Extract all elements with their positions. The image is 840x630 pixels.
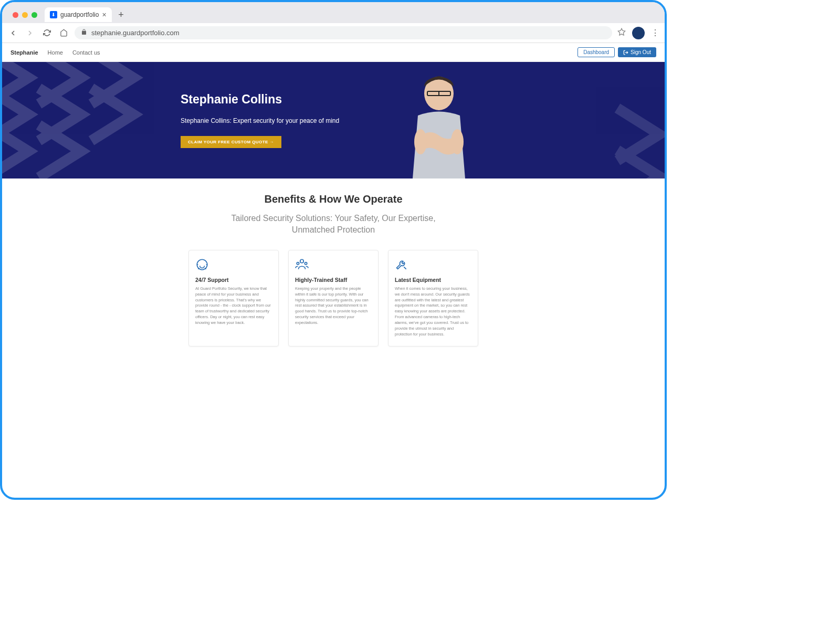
benefit-card: Latest Equipment When it comes to securi… <box>388 250 478 346</box>
benefit-card: 24/7 Support At Guard Portfolio Security… <box>188 250 279 346</box>
back-button[interactable] <box>7 27 19 39</box>
signout-icon <box>623 50 628 55</box>
chevron-bg-left-icon <box>2 62 149 178</box>
browser-tab[interactable]: ⬇ guardportfolio × <box>45 7 112 22</box>
svg-marker-0 <box>618 28 625 35</box>
browser-chrome: ⬇ guardportfolio × + ste <box>2 2 665 43</box>
hero-title: Stephanie Collins <box>181 92 339 107</box>
forward-button[interactable] <box>24 27 36 39</box>
address-bar: stephanie.guardportfolio.com ⋮ <box>2 23 665 43</box>
lock-icon <box>81 29 87 37</box>
card-body: When it comes to securing your business,… <box>395 286 471 338</box>
reload-button[interactable] <box>41 27 52 39</box>
card-title: Latest Equipment <box>395 277 471 283</box>
url-input[interactable]: stephanie.guardportfolio.com <box>75 26 612 39</box>
hero-subtitle: Stephanie Collins: Expert security for y… <box>181 117 339 124</box>
benefits-subheading: Tailored Security Solutions: Your Safety… <box>215 213 452 236</box>
hero-person-image <box>392 68 486 178</box>
tab-strip: ⬇ guardportfolio × + <box>2 6 665 23</box>
window-controls <box>6 12 41 18</box>
svg-point-8 <box>297 262 299 264</box>
cta-button[interactable]: CLAIM YOUR FREE CUSTOM QUOTE → <box>181 136 281 148</box>
new-tab-button[interactable]: + <box>115 8 128 21</box>
bookmark-icon[interactable] <box>617 28 626 38</box>
card-title: Highly-Trained Staff <box>295 277 372 283</box>
brand[interactable]: Stephanie <box>10 49 38 56</box>
equipment-icon <box>395 258 408 271</box>
nav-link-home[interactable]: Home <box>48 49 63 56</box>
hero: Stephanie Collins Stephanie Collins: Exp… <box>2 62 665 178</box>
benefits-section: Benefits & How We Operate Tailored Secur… <box>2 178 665 368</box>
nav-link-contact[interactable]: Contact us <box>72 49 100 56</box>
svg-point-9 <box>304 262 307 264</box>
close-tab-icon[interactable]: × <box>102 10 106 19</box>
staff-icon <box>295 258 309 271</box>
close-window-icon[interactable] <box>13 12 18 18</box>
card-body: At Guard Portfolio Security, we know tha… <box>195 286 272 326</box>
card-title: 24/7 Support <box>195 277 272 283</box>
favicon-icon: ⬇ <box>50 11 57 18</box>
site-nav: Stephanie Home Contact us Dashboard Sign… <box>2 43 665 62</box>
chevron-bg-right-icon <box>612 103 665 178</box>
svg-point-4 <box>414 129 427 154</box>
benefit-card: Highly-Trained Staff Keeping your proper… <box>288 250 379 346</box>
minimize-window-icon[interactable] <box>22 12 28 18</box>
menu-icon[interactable]: ⋮ <box>651 28 659 38</box>
maximize-window-icon[interactable] <box>32 12 37 18</box>
url-text: stephanie.guardportfolio.com <box>91 29 180 37</box>
profile-avatar[interactable] <box>632 27 645 39</box>
benefit-cards: 24/7 Support At Guard Portfolio Security… <box>2 250 665 346</box>
card-body: Keeping your property and the people wit… <box>295 286 372 326</box>
support-icon <box>195 258 209 271</box>
svg-point-5 <box>451 129 464 154</box>
tab-title: guardportfolio <box>60 11 99 18</box>
svg-point-7 <box>300 259 304 263</box>
benefits-heading: Benefits & How We Operate <box>2 193 665 205</box>
dashboard-button[interactable]: Dashboard <box>578 47 615 57</box>
signout-button[interactable]: Sign Out <box>618 47 656 57</box>
home-button[interactable] <box>58 27 69 39</box>
